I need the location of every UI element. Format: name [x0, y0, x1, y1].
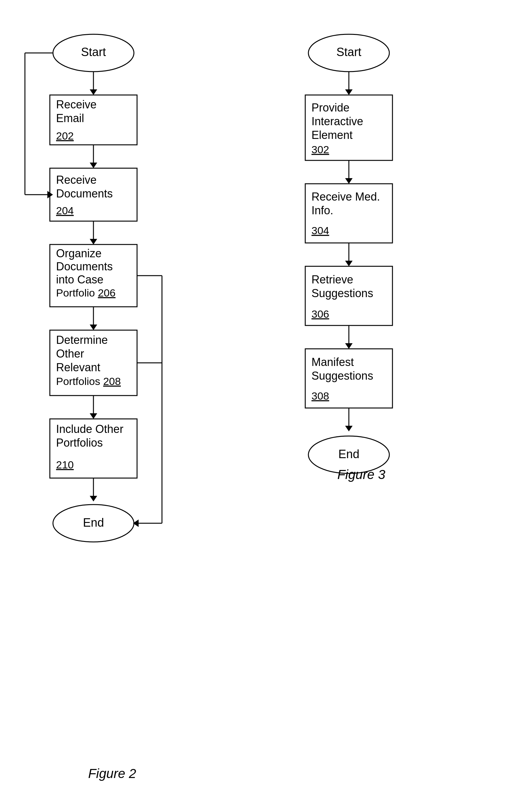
fig2-204-text1: Receive	[56, 173, 97, 186]
fig2-204-text2: Documents	[56, 187, 113, 200]
svg-marker-30	[345, 89, 353, 95]
figure-3-diagram: Start Provide Interactive Element 302 Re…	[287, 31, 436, 482]
svg-marker-11	[90, 324, 97, 330]
fig2-206-text4: Portfolio 206	[56, 287, 116, 299]
svg-marker-5	[90, 163, 97, 168]
svg-marker-42	[345, 426, 353, 431]
svg-marker-17	[90, 496, 97, 501]
fig2-202-text2: Email	[56, 112, 84, 125]
fig3-302-text2: Interactive	[311, 115, 363, 128]
fig2-208-text2: Other	[56, 347, 84, 360]
fig3-304-text1: Receive Med.	[311, 190, 380, 203]
svg-marker-33	[345, 178, 353, 184]
fig2-208-text3: Relevant	[56, 361, 100, 374]
fig2-206-text2: Documents	[56, 260, 113, 273]
fig3-306-text2: Suggestions	[311, 287, 373, 300]
fig2-202-number: 202	[56, 130, 74, 142]
fig3-end-label: End	[338, 448, 359, 461]
fig2-210-text1: Include Other	[56, 423, 124, 435]
fig2-end-label: End	[83, 516, 104, 529]
fig3-304-number: 304	[311, 225, 329, 236]
fig3-306-text1: Retrieve	[311, 273, 353, 286]
fig3-304-text2: Info.	[311, 204, 333, 217]
fig2-206-text3: into Case	[56, 273, 103, 286]
fig3-308-text2: Suggestions	[311, 369, 373, 382]
fig3-svg: Start Provide Interactive Element 302 Re…	[280, 31, 442, 654]
svg-marker-36	[345, 261, 353, 266]
fig3-308-number: 308	[311, 390, 329, 402]
fig2-210-number: 210	[56, 459, 74, 471]
fig2-208-text1: Determine	[56, 334, 108, 346]
figure-2-diagram: Start Receive Email 202 Receive Document…	[37, 31, 187, 781]
fig2-202-text1: Receive	[56, 98, 97, 111]
fig3-start-label: Start	[336, 45, 362, 59]
fig3-302-text3: Element	[311, 129, 353, 141]
fig2-start-label: Start	[81, 45, 106, 59]
fig3-302-text1: Provide	[311, 101, 349, 114]
fig2-svg: Start Receive Email 202 Receive Document…	[19, 31, 206, 754]
fig3-306-number: 306	[311, 308, 329, 320]
fig2-204-number: 204	[56, 205, 74, 216]
svg-marker-39	[345, 343, 353, 349]
fig2-label: Figure 2	[88, 766, 136, 781]
svg-marker-8	[90, 239, 97, 245]
page: Start Receive Email 202 Receive Document…	[0, 0, 532, 797]
svg-marker-14	[90, 413, 97, 419]
fig2-208-text4: Portfolios 208	[56, 375, 121, 387]
svg-marker-2	[90, 89, 97, 95]
fig3-label: Figure 3	[337, 467, 385, 482]
fig2-210-text2: Portfolios	[56, 436, 103, 449]
fig2-206-text1: Organize	[56, 247, 101, 260]
fig3-302-number: 302	[311, 144, 329, 155]
fig3-308-text1: Manifest	[311, 356, 354, 368]
